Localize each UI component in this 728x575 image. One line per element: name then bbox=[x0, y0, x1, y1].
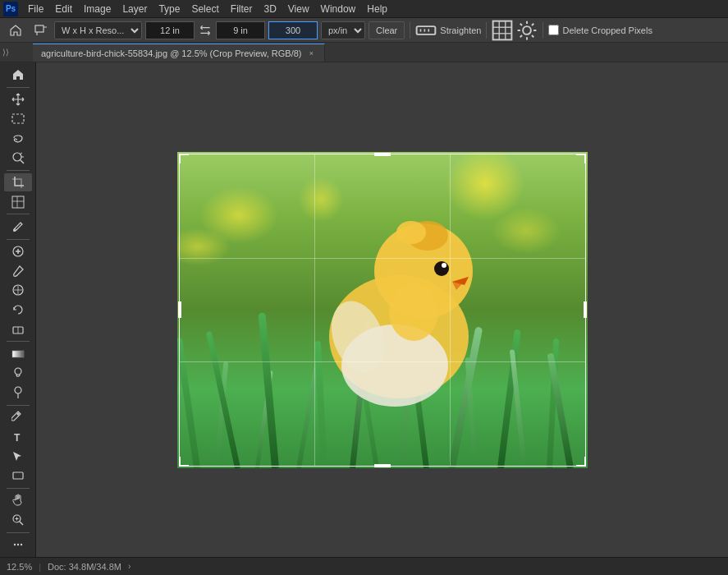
tab-close-button[interactable]: × bbox=[306, 48, 316, 58]
lasso-icon bbox=[11, 131, 25, 145]
tool-separator-7 bbox=[7, 488, 30, 489]
path-select-button[interactable] bbox=[4, 448, 32, 466]
width-input[interactable] bbox=[145, 21, 195, 39]
status-expand-button[interactable]: › bbox=[128, 562, 130, 571]
select-rect-icon bbox=[11, 113, 25, 126]
gradient-button[interactable] bbox=[4, 345, 32, 363]
tool-separator-8 bbox=[7, 532, 30, 533]
panel-expand-button[interactable]: ⟩⟩ bbox=[0, 42, 11, 62]
ps-logo: Ps bbox=[3, 2, 18, 16]
svg-rect-1 bbox=[417, 26, 436, 34]
type-icon: T bbox=[11, 430, 25, 444]
canvas-scroll[interactable] bbox=[36, 62, 728, 557]
menu-filter[interactable]: Filter bbox=[226, 2, 258, 16]
zoom-icon bbox=[11, 513, 25, 527]
menu-edit[interactable]: Edit bbox=[50, 2, 77, 16]
clone-button[interactable] bbox=[4, 282, 32, 300]
clear-button[interactable]: Clear bbox=[369, 21, 405, 39]
svg-point-39 bbox=[13, 544, 15, 545]
zoom-button[interactable] bbox=[4, 511, 32, 529]
svg-point-41 bbox=[20, 544, 21, 545]
menu-image[interactable]: Image bbox=[79, 2, 116, 16]
history-brush-button[interactable] bbox=[4, 301, 32, 319]
heal-button[interactable] bbox=[4, 243, 32, 261]
dodge-icon bbox=[11, 386, 25, 399]
pen-icon bbox=[11, 411, 25, 424]
more-tools-icon bbox=[11, 538, 25, 551]
home-icon bbox=[9, 24, 22, 37]
menu-select[interactable]: Select bbox=[186, 2, 223, 16]
svg-rect-28 bbox=[12, 351, 24, 357]
more-tools-button[interactable] bbox=[4, 536, 32, 554]
slice-tool-button[interactable] bbox=[4, 193, 32, 211]
tab-title: agriculture-bird-chick-55834.jpg @ 12.5%… bbox=[41, 48, 301, 58]
crop-icon bbox=[11, 176, 25, 189]
blur-button[interactable] bbox=[4, 365, 32, 383]
pen-button[interactable] bbox=[4, 409, 32, 427]
svg-point-19 bbox=[13, 228, 16, 231]
svg-rect-34 bbox=[13, 472, 23, 479]
menu-file[interactable]: File bbox=[23, 2, 48, 16]
quick-select-icon bbox=[11, 151, 25, 164]
zoom-level: 12.5% bbox=[7, 562, 32, 572]
canvas-area[interactable] bbox=[36, 62, 728, 557]
dodge-button[interactable] bbox=[4, 384, 32, 402]
svg-rect-16 bbox=[12, 196, 24, 208]
resolution-unit-dropdown[interactable]: px/in bbox=[321, 21, 365, 39]
move-tool-button[interactable] bbox=[4, 90, 32, 108]
swap-dimensions-button[interactable] bbox=[198, 23, 213, 38]
slice-icon bbox=[11, 196, 25, 209]
options-divider-3 bbox=[543, 22, 543, 39]
type-button[interactable]: T bbox=[4, 428, 32, 446]
doc-info: Doc: 34.8M/34.8M bbox=[48, 562, 121, 572]
blur-icon bbox=[11, 366, 25, 380]
options-bar: W x H x Reso... px/in Clear Straighten bbox=[0, 18, 728, 43]
tool-separator-6 bbox=[7, 405, 30, 406]
grass-blade bbox=[509, 349, 526, 468]
active-tab[interactable]: agriculture-bird-chick-55834.jpg @ 12.5%… bbox=[33, 44, 325, 62]
brush-icon bbox=[11, 264, 25, 278]
menu-view[interactable]: View bbox=[283, 2, 314, 16]
resolution-input[interactable] bbox=[268, 21, 318, 39]
brush-button[interactable] bbox=[4, 262, 32, 280]
home-icon-button[interactable] bbox=[5, 21, 26, 40]
grid-icon bbox=[492, 20, 513, 41]
svg-point-50 bbox=[389, 283, 438, 341]
grass-blade bbox=[177, 338, 200, 468]
lasso-button[interactable] bbox=[4, 129, 32, 147]
grid-overlay-button[interactable] bbox=[492, 21, 513, 40]
hand-button[interactable] bbox=[4, 492, 32, 510]
straighten-button[interactable] bbox=[415, 21, 437, 40]
eraser-button[interactable] bbox=[4, 320, 32, 338]
crop-tool-button[interactable] bbox=[4, 173, 32, 191]
hand-icon bbox=[11, 494, 25, 507]
eyedropper-icon bbox=[11, 220, 25, 233]
menu-window[interactable]: Window bbox=[316, 2, 361, 16]
shape-button[interactable] bbox=[4, 467, 32, 485]
image-wrapper bbox=[177, 152, 588, 468]
svg-point-29 bbox=[15, 368, 21, 375]
crop-aspect-icon-button[interactable] bbox=[30, 21, 51, 40]
heal-icon bbox=[11, 245, 25, 258]
delete-cropped-checkbox[interactable] bbox=[548, 25, 559, 35]
eyedropper-button[interactable] bbox=[4, 218, 32, 236]
menu-type[interactable]: Type bbox=[153, 2, 185, 16]
chick-photo bbox=[177, 152, 588, 468]
options-divider-1 bbox=[410, 22, 410, 39]
select-rect-button[interactable] bbox=[4, 110, 32, 128]
home-tool-button[interactable] bbox=[4, 66, 32, 84]
options-divider-2 bbox=[486, 22, 487, 39]
menu-3d[interactable]: 3D bbox=[259, 2, 281, 16]
height-input[interactable] bbox=[216, 21, 265, 39]
delete-cropped-label: Delete Cropped Pixels bbox=[562, 25, 652, 35]
menu-help[interactable]: Help bbox=[362, 2, 392, 16]
svg-rect-0 bbox=[35, 25, 43, 32]
tab-bar: ⟩⟩ agriculture-bird-chick-55834.jpg @ 12… bbox=[0, 43, 728, 62]
history-brush-icon bbox=[11, 303, 25, 316]
svg-rect-11 bbox=[12, 114, 24, 123]
menu-bar: Ps File Edit Image Layer Type Select Fil… bbox=[0, 0, 728, 18]
ratio-dropdown[interactable]: W x H x Reso... bbox=[54, 21, 142, 39]
menu-layer[interactable]: Layer bbox=[117, 2, 152, 16]
settings-button[interactable] bbox=[516, 21, 538, 40]
quick-select-button[interactable] bbox=[4, 149, 32, 167]
